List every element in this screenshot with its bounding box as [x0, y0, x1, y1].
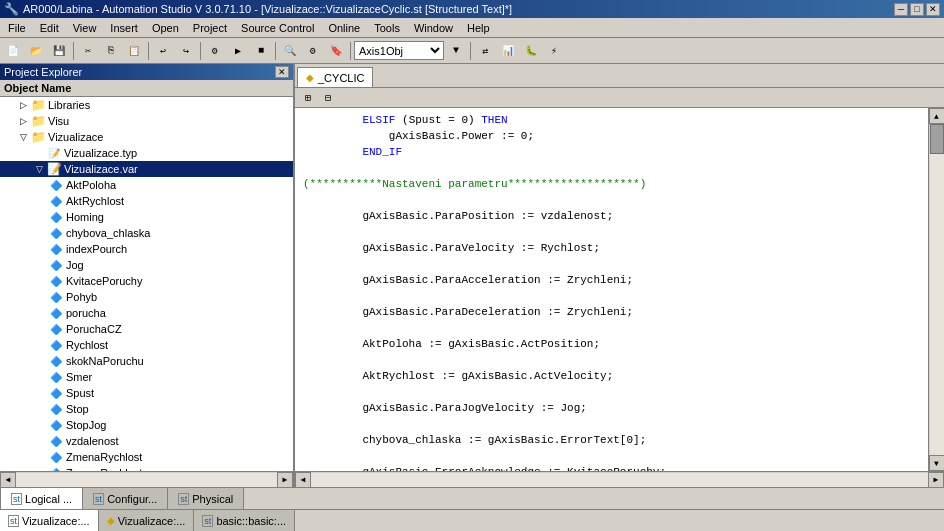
code-line [303, 448, 920, 464]
maximize-button[interactable]: □ [910, 3, 924, 16]
scroll-up-button[interactable]: ▲ [929, 108, 945, 124]
tree-item-visu[interactable]: ▷ 📁 Visu [0, 113, 293, 129]
code-line: gAxisBasic.Power := 0; [303, 128, 920, 144]
axis-selector[interactable]: Axis1Obj [354, 41, 444, 60]
close-button[interactable]: ✕ [926, 3, 940, 16]
code-line: ELSIF (Spust = 0) THEN [303, 112, 920, 128]
tree-item-vzdalenost[interactable]: 🔷 vzdalenost [0, 433, 293, 449]
var-icon: 🔷 [48, 274, 64, 288]
bottom-tab-physical[interactable]: st Physical [168, 488, 244, 509]
menu-window[interactable]: Window [408, 20, 459, 36]
undo-button[interactable]: ↩ [152, 40, 174, 61]
combo-dropdown[interactable]: ▼ [445, 40, 467, 61]
tree-label: Rychlost [66, 339, 108, 351]
editor-scrollbar-h[interactable]: ◀ ▶ [295, 471, 944, 487]
var-icon: 🔷 [48, 418, 64, 432]
scroll-h-track[interactable] [311, 473, 928, 487]
menu-help[interactable]: Help [461, 20, 496, 36]
scroll-left-button[interactable]: ◀ [0, 472, 16, 488]
monitor-button[interactable]: 📊 [497, 40, 519, 61]
tree-item-vizualizace[interactable]: ▽ 📁 Vizualizace [0, 129, 293, 145]
tree-toggle[interactable]: ▷ [16, 114, 30, 128]
menu-insert[interactable]: Insert [104, 20, 144, 36]
tree-item-porucha[interactable]: 🔷 porucha [0, 305, 293, 321]
tree-item-rychlost[interactable]: 🔷 Rychlost [0, 337, 293, 353]
paste-button[interactable]: 📋 [123, 40, 145, 61]
bottom-editor-tab-1[interactable]: ◆ Vizualizace:... [99, 510, 195, 531]
panel-scrollbar-h[interactable]: ◀ ▶ [0, 471, 293, 487]
tree-toggle[interactable]: ▽ [32, 162, 46, 176]
scroll-left-button[interactable]: ◀ [295, 472, 311, 488]
debug-button[interactable]: 🐛 [520, 40, 542, 61]
tree-item-vizualizace-var[interactable]: ▽ 📝 Vizualizace.var [0, 161, 293, 177]
tree-item-vizualizace-typ[interactable]: 📝 Vizualizace.typ [0, 145, 293, 161]
scroll-h-track[interactable] [16, 473, 277, 487]
editor-toolbar-btn-1[interactable]: ⊞ [299, 90, 317, 106]
cut-button[interactable]: ✂ [77, 40, 99, 61]
transfer-button[interactable]: ⇄ [474, 40, 496, 61]
tree-item-stop[interactable]: 🔷 Stop [0, 401, 293, 417]
scroll-right-button[interactable]: ▶ [277, 472, 293, 488]
var-icon: 🔷 [48, 402, 64, 416]
tree-item-kvitaceporuchy[interactable]: 🔷 KvitacePoruchy [0, 273, 293, 289]
minimize-button[interactable]: ─ [894, 3, 908, 16]
main-toolbar: 📄 📂 💾 ✂ ⎘ 📋 ↩ ↪ ⚙ ▶ ■ 🔍 ⚙ 🔖 Axis1Obj ▼ ⇄… [0, 38, 944, 64]
tree-item-poruchacz[interactable]: 🔷 PoruchaCZ [0, 321, 293, 337]
bottom-tab-config[interactable]: st Configur... [83, 488, 168, 509]
save-button[interactable]: 💾 [48, 40, 70, 61]
tree-item-smer[interactable]: 🔷 Smer [0, 369, 293, 385]
tab-cyclic[interactable]: ◆ _CYCLIC [297, 67, 373, 87]
tree-item-stopjog[interactable]: 🔷 StopJog [0, 417, 293, 433]
panel-close-button[interactable]: ✕ [275, 66, 289, 78]
code-line [303, 160, 920, 176]
scroll-down-button[interactable]: ▼ [929, 455, 945, 471]
redo-button[interactable]: ↪ [175, 40, 197, 61]
bottom-editor-tab-0[interactable]: st Vizualizace:... [0, 510, 99, 531]
tree-item-zmenarychlost[interactable]: 🔷 ZmenaRychlost [0, 449, 293, 465]
project-tree[interactable]: ▷ 📁 Libraries ▷ 📁 Visu ▽ 📁 Vizualizace [0, 97, 293, 471]
force-button[interactable]: ⚡ [543, 40, 565, 61]
tree-item-chybova[interactable]: 🔷 chybova_chlaska [0, 225, 293, 241]
menu-view[interactable]: View [67, 20, 103, 36]
tree-toggle[interactable]: ▷ [16, 98, 30, 112]
bottom-editor-tab-2[interactable]: st basic::basic:... [194, 510, 295, 531]
bottom-tab-label: Logical ... [25, 493, 72, 505]
tree-toggle[interactable]: ▽ [16, 130, 30, 144]
vertical-scrollbar[interactable]: ▲ ▼ [928, 108, 944, 471]
build-button[interactable]: ⚙ [204, 40, 226, 61]
open-button[interactable]: 📂 [25, 40, 47, 61]
editor-toolbar-btn-2[interactable]: ⊟ [319, 90, 337, 106]
bottom-tab-logical[interactable]: st Logical ... [0, 488, 83, 509]
menu-file[interactable]: File [2, 20, 32, 36]
new-button[interactable]: 📄 [2, 40, 24, 61]
find-button[interactable]: 🔍 [279, 40, 301, 61]
tree-item-homing[interactable]: 🔷 Homing [0, 209, 293, 225]
tree-item-libraries[interactable]: ▷ 📁 Libraries [0, 97, 293, 113]
toolbar-separator-5 [350, 42, 351, 60]
scroll-right-button[interactable]: ▶ [928, 472, 944, 488]
menu-open[interactable]: Open [146, 20, 185, 36]
scroll-track[interactable] [930, 124, 944, 455]
options-button[interactable]: ⚙ [302, 40, 324, 61]
bookmark-button[interactable]: 🔖 [325, 40, 347, 61]
menu-edit[interactable]: Edit [34, 20, 65, 36]
tree-item-aktrychlost[interactable]: 🔷 AktRychlost [0, 193, 293, 209]
copy-button[interactable]: ⎘ [100, 40, 122, 61]
tree-label: Libraries [48, 99, 90, 111]
menu-online[interactable]: Online [322, 20, 366, 36]
code-editor[interactable]: ELSIF (Spust = 0) THEN gAxisBasic.Power … [295, 108, 928, 471]
code-line: AktRychlost := gAxisBasic.ActVelocity; [303, 368, 920, 384]
run-button[interactable]: ▶ [227, 40, 249, 61]
code-line [303, 352, 920, 368]
tree-item-skoknaporuchu[interactable]: 🔷 skokNaPoruchu [0, 353, 293, 369]
tree-item-jog[interactable]: 🔷 Jog [0, 257, 293, 273]
tree-item-spust[interactable]: 🔷 Spust [0, 385, 293, 401]
stop-button[interactable]: ■ [250, 40, 272, 61]
scroll-thumb[interactable] [930, 124, 944, 154]
menu-source-control[interactable]: Source Control [235, 20, 320, 36]
tree-item-indexpourch[interactable]: 🔷 indexPourch [0, 241, 293, 257]
menu-tools[interactable]: Tools [368, 20, 406, 36]
tree-item-pohyb[interactable]: 🔷 Pohyb [0, 289, 293, 305]
tree-item-aktpoloha[interactable]: 🔷 AktPoloha [0, 177, 293, 193]
menu-project[interactable]: Project [187, 20, 233, 36]
